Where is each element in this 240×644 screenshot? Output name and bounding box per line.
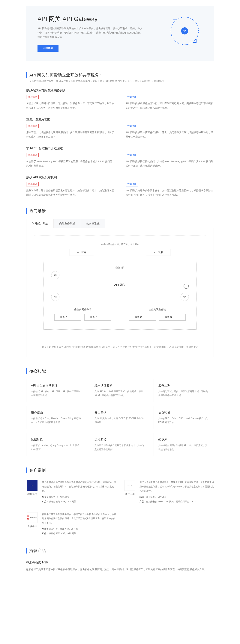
diagram-external-label: 企业外部合作伙伴、第三方、企业客户 — [44, 243, 196, 246]
pain-text: 服务发布后，随着业务发展需要发布新的版本，如何管理多个版本，如何进行灰度测试，缺… — [26, 188, 114, 197]
section-title-help: API 网关如何帮助企业开放和共享服务？ — [26, 72, 214, 78]
diagram-app-box: 应用 — [70, 249, 94, 256]
api-hero-icon: API — [171, 17, 199, 45]
solution-tag: 方案描述 — [126, 95, 138, 99]
list-icon — [86, 316, 89, 319]
list-icon — [131, 316, 133, 319]
pain-tag: 痛点描述 — [26, 124, 39, 128]
solution-tag: 方案描述 — [126, 124, 138, 128]
diagram-gateway-title: API 网关 — [86, 283, 154, 287]
section-title-bundle: 搭载产品 — [26, 548, 214, 554]
pain-text: 用户管理、认证鉴权作为应用通用功能，多个应用均需要重复开发和部署，增加了开发成本… — [26, 130, 114, 139]
refresh-icon — [183, 284, 189, 289]
case-desc: 轻舟微服务提供了兼容当前主流微服务框架的全套技术方案，实践经验、微服务规范、场景… — [42, 480, 116, 493]
domain-box: 企业内网业务域 服务 C 服务 D — [126, 305, 189, 324]
bundle-product-title: 微服务框架 NSF — [26, 560, 214, 564]
section-title-features: 核心功能 — [26, 368, 214, 374]
tab-internal[interactable]: 内部业务集成 — [54, 219, 81, 228]
service-box: 服务 B — [84, 314, 111, 320]
diagram-intranet-label: 企业内网 — [51, 266, 189, 269]
solution-text: API 网关提供的服务治理功能，可以有效应对电商大促、突发事件等场景下关键服务正… — [126, 101, 214, 110]
feature-title: 协议转换 — [158, 411, 209, 415]
challenge-title: 非 REST 标准接口开放困难 — [26, 146, 214, 150]
hero-description: API 网关是提供服务开放和共享的企业级 PaaS 平台，提供发布管理、统一认证… — [38, 26, 142, 39]
feature-desc: 支持查看服务或接口调用记录和调用统计，支持自定义配置告警规则 — [95, 444, 145, 452]
feature-desc: 支持通过知识库自动创建 API，统一接口定义、实现接口的标准化 — [158, 444, 209, 452]
feature-card[interactable]: 运维监控 支持查看服务或接口调用记录和调用统计，支持自定义配置告警规则 — [90, 433, 150, 456]
case-scene: 场景：微服务化、DevOps — [139, 496, 214, 498]
list-icon — [77, 251, 80, 254]
api-node-icon: API — [51, 271, 60, 279]
tab-standard[interactable]: 交付标准化 — [81, 219, 105, 228]
case-scene: 场景：业务中台、微服务化、高并发 — [42, 527, 116, 530]
case-logo: D — [27, 480, 38, 491]
feature-desc: 支持 IP 黑白名单，支持 CORS 和 JSONP 跨域访问做法 — [95, 416, 145, 424]
domain-box: 企业内网业务域 服务 A 服务 B — [51, 305, 114, 324]
section-bundle: 搭载产品 微服务框架 NSF 微服务框架是基于云原生技术的微服务管理平台，提供服… — [26, 548, 214, 572]
pain-text: 传统基于 Web Service/gRPC 等标准开发的应用，需要修改才能以 R… — [26, 159, 114, 168]
section-cases: 客户案例 D 德邦快递 轻舟微服务提供了兼容当前主流微服务框架的全套技术方案，实… — [26, 468, 214, 537]
feature-card[interactable]: 服务治理 支持超时重试、流控、降级和熔断等功能，同时提供网关的维护开关功能 — [154, 379, 213, 402]
solution-text: API 网关支持服务多个版本发布，支持配置各版本流量百分比，根据请求参数路由请求… — [126, 188, 214, 197]
api-node-icon: API — [180, 293, 189, 301]
pain-tag: 痛点描述 — [26, 153, 39, 158]
case-name: 浙江大华 — [125, 492, 135, 496]
feature-card[interactable]: 协议转换 支持 gRPC、Dubbo RPC、Web Service 接口转为 … — [154, 406, 213, 429]
section-scenes: 热门场景 对外能力开放 内部业务集成 交付标准化 企业外部合作伙伴、第三方、企业… — [26, 208, 214, 357]
bundle-product-desc: 微服务框架是基于云原生技术的微服务管理平台，提供服务的注册发现、治理、路由等功能… — [26, 567, 214, 572]
section-title-scenes: 热门场景 — [26, 208, 214, 214]
challenge-title: 缺少有效应对突发流量的手段 — [26, 88, 214, 92]
section-help: API 网关如何帮助企业开放和共享服务？ 企业数字化转型过程中，如何实现多系统间… — [26, 72, 214, 197]
feature-title: API 全生命周期管理 — [31, 384, 81, 388]
diagram-app-box: 应用 — [146, 249, 170, 256]
diagram-description: 将企业内部服务能力以标准 API 的形式开放给外部合作伙伴或第三方，与外部用户可… — [34, 345, 206, 349]
section-subtitle-help: 企业数字化转型过程中，如何实现多系统间的共享和集成，如何开放企业能力构建 API… — [26, 80, 214, 83]
feature-title: 安全防护 — [95, 411, 145, 415]
case-item: 百胜YumChina 百胜中国 百胜中国基于轻舟微服务平台，搭建了面向全集团多渠… — [26, 512, 116, 537]
feature-card[interactable]: 服务路由 支持根据请求方法、Header、Query String 动态路由，以… — [26, 406, 86, 429]
feature-title: 服务治理 — [158, 384, 209, 388]
case-logo: alhua — [124, 480, 135, 491]
feature-desc: 支持超时重试、流控、降级和熔断等功能，同时提供网关的维护开关功能 — [158, 390, 209, 398]
case-scene: 场景：微服务化、异构融合 — [42, 496, 116, 498]
case-product: 产品：微服务框架 NSF、API 网关 — [42, 500, 116, 503]
case-product: 产品：微服务框架 NSF、API 网关 — [42, 532, 116, 535]
feature-title: 运维监控 — [95, 438, 145, 442]
feature-title: 数据转换 — [31, 438, 81, 442]
feature-desc: 支持请求 Header、Query String 转换，以及请求 Path 重写 — [31, 444, 81, 452]
pain-tag: 痛点描述 — [26, 95, 39, 99]
solution-text: API 网关提供统一认证鉴权机制，开发人员无需重复实现认证鉴权等通用功能，只需专… — [126, 130, 214, 139]
challenge-title: 重复开发通用功能 — [26, 118, 214, 122]
feature-card[interactable]: 安全防护 支持 IP 黑白名单，支持 CORS 和 JSONP 跨域访问做法 — [90, 406, 150, 429]
pain-tag: 痛点描述 — [26, 182, 39, 186]
feature-card[interactable]: 统一认证鉴权 支持 AK/SK、JWT 等认证方式，提供网关、服务和 API 等… — [90, 379, 150, 402]
scene-tabs: 对外能力开放 内部业务集成 交付标准化 — [26, 219, 214, 228]
solution-tag: 方案描述 — [126, 182, 138, 186]
case-name: 百胜中国 — [27, 525, 37, 528]
feature-desc: 支持根据请求方法、Header、Query String 动态路由，以及负载均衡… — [31, 416, 81, 424]
case-item: alhua 浙江大华 浙江大华借助轻舟微服务平台，解决了长期以来需求响应慢、信息… — [124, 480, 214, 504]
solution-text: API 网关提供协议转化功能，支持将 Web Service、gRPC 等接口以… — [126, 159, 214, 168]
case-name: 德邦快递 — [27, 492, 37, 496]
service-box: 服务 D — [159, 314, 186, 320]
case-logo: 百胜YumChina — [27, 512, 38, 523]
case-desc: 浙江大华借助轻舟微服务平台，解决了长期以来需求响应慢、信息互通难和用户体验差的问… — [139, 480, 214, 493]
service-box: 服务 C — [129, 314, 156, 320]
section-title-cases: 客户案例 — [26, 468, 214, 473]
feature-card[interactable]: API 全生命周期管理 支持包括 API 发布、API 下线、API 版本管理等… — [26, 379, 86, 402]
service-box: 服务 A — [54, 314, 81, 320]
feature-card[interactable]: 知识库 支持通过知识库自动创建 API，统一接口定义、实现接口的标准化 — [154, 433, 213, 456]
case-desc: 百胜中国基于轻舟微服务平台，搭建了面向全集团多渠道的业务中台，在赋能集团业务快速… — [42, 512, 116, 525]
feature-title: 统一认证鉴权 — [95, 384, 145, 388]
feature-title: 服务路由 — [31, 411, 81, 415]
list-icon — [57, 316, 59, 319]
case-item: D 德邦快递 轻舟微服务提供了兼容当前主流微服务框架的全套技术方案，实践经验、微… — [26, 480, 116, 504]
feature-desc: 支持包括 API 发布、API 下线、API 版本管理等生命周期管理功能 — [31, 390, 81, 398]
feature-desc: 支持 gRPC、Dubbo RPC、Web Service 接口转为 REST … — [158, 416, 209, 424]
tab-external[interactable]: 对外能力开放 — [26, 219, 54, 228]
feature-title: 知识库 — [158, 438, 209, 442]
pain-text: 传统方式通过控制入口流量，无法解决个别服务在大压力下无法正常响应，并常快速传递到… — [26, 101, 114, 110]
case-product: 产品：微服务框架 NSF、API 网关、持续交付平台 CICD — [139, 500, 214, 503]
try-now-button[interactable]: 立即体验 — [38, 44, 59, 52]
feature-card[interactable]: 数据转换 支持请求 Header、Query String 转换，以及请求 Pa… — [26, 433, 86, 456]
